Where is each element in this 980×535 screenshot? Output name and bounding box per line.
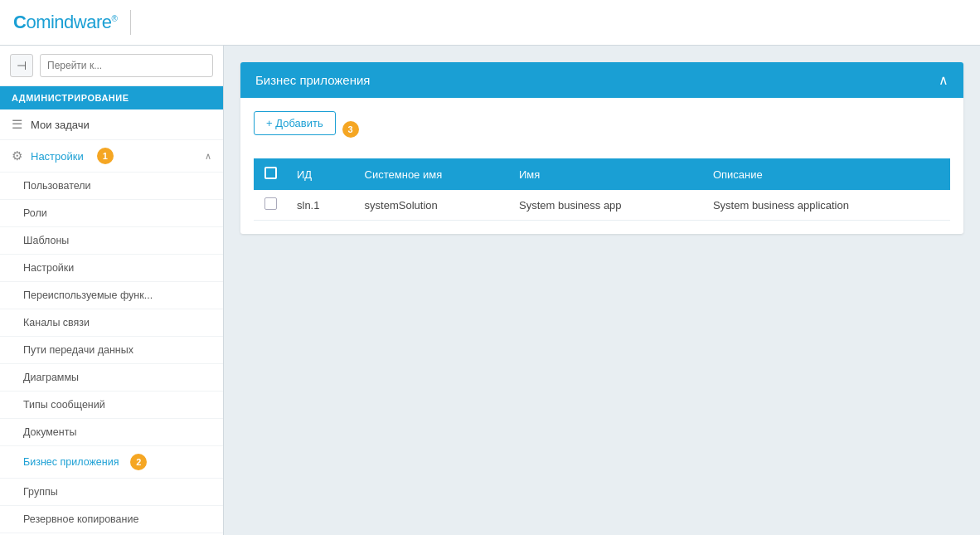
- sidebar-section-header: АДМИНИСТРИРОВАНИЕ: [0, 86, 223, 109]
- sidebar-item-roles[interactable]: Роли: [0, 200, 223, 227]
- sidebar-item-data-paths[interactable]: Пути передачи данных: [0, 337, 223, 364]
- sidebar-item-label-backup: Резервное копирование: [23, 513, 138, 525]
- sidebar-item-label-business-apps: Бизнес приложения: [23, 456, 119, 468]
- sidebar-item-label-diagrams: Диаграммы: [23, 372, 79, 383]
- th-description: Описание: [703, 158, 950, 190]
- logo: Comindware®: [13, 12, 117, 33]
- add-button-label: + Добавить: [266, 117, 323, 129]
- panel-collapse-icon[interactable]: ∧: [939, 72, 948, 88]
- sidebar-item-label-templates: Шаблоны: [23, 235, 69, 246]
- chevron-up-icon: ∧: [205, 151, 211, 162]
- app-header: Comindware®: [0, 0, 980, 46]
- row-name: System business app: [509, 190, 703, 221]
- row-checkbox-cell[interactable]: [254, 190, 287, 221]
- settings-badge: 1: [97, 148, 114, 164]
- sidebar-back-button[interactable]: ⊣: [10, 54, 33, 77]
- sidebar-item-label-channels: Каналы связи: [23, 317, 90, 328]
- logo-reg: ®: [112, 14, 118, 23]
- back-icon: ⊣: [17, 59, 27, 72]
- sidebar-item-diagrams[interactable]: Диаграммы: [0, 364, 223, 392]
- sidebar-item-reusable[interactable]: Переиспользуемые функ...: [0, 282, 223, 309]
- business-apps-table: ИД Системное имя Имя Описание sln.1syste…: [254, 158, 950, 221]
- th-checkbox[interactable]: [254, 158, 287, 190]
- sidebar-item-backup[interactable]: Резервное копирование: [0, 506, 223, 533]
- toolbar: + Добавить 3: [254, 111, 950, 147]
- sidebar-item-label-users: Пользователи: [23, 180, 91, 192]
- add-button[interactable]: + Добавить: [254, 111, 336, 135]
- row-system_name: systemSolution: [355, 190, 509, 221]
- sidebar-item-label-message-types: Типы сообщений: [23, 399, 105, 411]
- sidebar-settings-label: Настройки: [31, 150, 84, 163]
- sidebar-item-message-types[interactable]: Типы сообщений: [0, 392, 223, 419]
- th-id: ИД: [287, 158, 355, 190]
- sidebar-item-label-roles: Роли: [23, 207, 47, 219]
- sidebar-item-label-reusable: Переиспользуемые функ...: [23, 289, 153, 301]
- header-divider: [130, 10, 131, 35]
- sidebar-item-badge-business-apps: 2: [130, 454, 147, 470]
- table-body: sln.1systemSolutionSystem business appSy…: [254, 190, 950, 221]
- tasks-icon: ☰: [12, 117, 22, 132]
- panel-title: Бизнес приложения: [255, 73, 371, 87]
- sidebar-subitems: ПользователиРолиШаблоныНастройкиПереиспо…: [0, 173, 223, 533]
- sidebar-item-label-documents: Документы: [23, 426, 76, 438]
- sidebar-item-settings[interactable]: Настройки: [0, 255, 223, 282]
- th-name: Имя: [509, 158, 703, 190]
- sidebar-item-settings-parent[interactable]: ⚙ Настройки 1 ∧: [0, 140, 223, 173]
- sidebar-item-my-tasks[interactable]: ☰ Мои задачи: [0, 109, 223, 140]
- sidebar-item-templates[interactable]: Шаблоны: [0, 227, 223, 255]
- row-id: sln.1: [287, 190, 355, 221]
- main-layout: ⊣ АДМИНИСТРИРОВАНИЕ ☰ Мои задачи ⚙ Настр…: [0, 46, 980, 535]
- sidebar-item-label-groups: Группы: [23, 486, 58, 498]
- business-apps-panel: Бизнес приложения ∧ + Добавить 3: [240, 62, 963, 234]
- sidebar-my-tasks-label: Мои задачи: [31, 119, 90, 131]
- row-checkbox[interactable]: [264, 197, 277, 210]
- table-header-row: ИД Системное имя Имя Описание: [254, 158, 950, 190]
- sidebar-item-users[interactable]: Пользователи: [0, 173, 223, 200]
- add-button-badge: 3: [342, 121, 359, 138]
- logo-text: Comindware®: [13, 12, 117, 33]
- sidebar: ⊣ АДМИНИСТРИРОВАНИЕ ☰ Мои задачи ⚙ Настр…: [0, 46, 224, 535]
- panel-header: Бизнес приложения ∧: [240, 62, 963, 98]
- sidebar-item-documents[interactable]: Документы: [0, 419, 223, 446]
- sidebar-item-label-settings: Настройки: [23, 262, 74, 274]
- sidebar-item-label-data-paths: Пути передачи данных: [23, 344, 133, 356]
- sidebar-item-groups[interactable]: Группы: [0, 479, 223, 506]
- sidebar-item-channels[interactable]: Каналы связи: [0, 309, 223, 337]
- main-content: Бизнес приложения ∧ + Добавить 3: [224, 46, 980, 535]
- sidebar-search-input[interactable]: [40, 54, 213, 77]
- row-description: System business application: [703, 190, 950, 221]
- gear-icon: ⚙: [12, 148, 22, 163]
- table-row: sln.1systemSolutionSystem business appSy…: [254, 190, 950, 221]
- panel-body: + Добавить 3 ИД Системное имя Имя: [240, 98, 963, 234]
- select-all-checkbox[interactable]: [264, 167, 277, 179]
- th-system-name: Системное имя: [355, 158, 509, 190]
- sidebar-top: ⊣: [0, 46, 223, 86]
- table-header: ИД Системное имя Имя Описание: [254, 158, 950, 190]
- sidebar-item-business-apps[interactable]: Бизнес приложения2: [0, 446, 223, 479]
